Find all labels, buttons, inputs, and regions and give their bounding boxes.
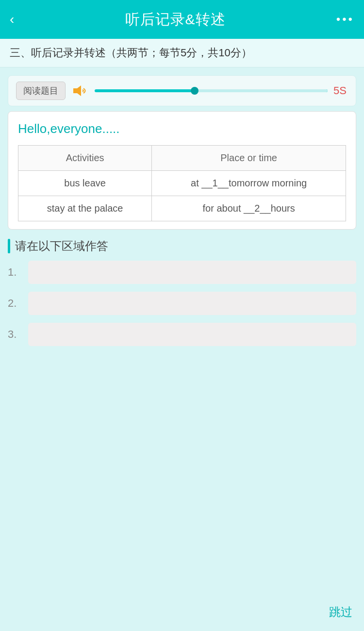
table-body: bus leave at __1__tomorrow morning stay … (18, 171, 346, 221)
audio-bar: 阅读题目 5S (8, 75, 356, 106)
cell-place-2: for about __2__hours (152, 196, 346, 221)
subtitle-bar: 三、听后记录并转述（共两节；每节5分，共10分） (0, 39, 364, 67)
cell-activity-2: stay at the palace (18, 196, 152, 221)
answer-input-2[interactable] (28, 292, 356, 315)
skip-button[interactable]: 跳过 (329, 604, 352, 620)
more-button[interactable]: ••• (336, 13, 354, 26)
answer-input-1[interactable] (28, 261, 356, 284)
text-panel: Hello,everyone..... Activities Place or … (8, 111, 356, 230)
activity-table: Activities Place or time bus leave at __… (18, 145, 346, 221)
col-place-time: Place or time (152, 146, 346, 171)
answer-item-2: 2. (8, 292, 356, 315)
header: ‹ 听后记录&转述 ••• (0, 0, 364, 39)
cell-place-1: at __1__tomorrow morning (152, 171, 346, 196)
answer-number-2: 2. (8, 297, 22, 310)
subtitle-text: 三、听后记录并转述（共两节；每节5分，共10分） (10, 47, 252, 59)
answer-number-1: 1. (8, 266, 22, 279)
table-header: Activities Place or time (18, 146, 346, 171)
cell-activity-1: bus leave (18, 171, 152, 196)
greeting-text: Hello,everyone..... (18, 121, 346, 136)
speaker-icon[interactable] (71, 83, 89, 98)
main-content: 阅读题目 5S Hello,everyone..... Activities (0, 67, 364, 631)
svg-marker-0 (73, 85, 81, 96)
label-bar-icon (8, 239, 10, 253)
timer-display: 5S (333, 84, 348, 97)
back-button[interactable]: ‹ (10, 12, 14, 27)
answer-label-text: 请在以下区域作答 (15, 238, 108, 254)
answer-label: 请在以下区域作答 (8, 238, 356, 254)
answer-item-1: 1. (8, 261, 356, 284)
answer-number-3: 3. (8, 328, 22, 341)
read-question-button[interactable]: 阅读题目 (16, 82, 66, 100)
table-row: stay at the palace for about __2__hours (18, 196, 346, 221)
progress-dot (191, 87, 199, 95)
progress-remaining (195, 89, 328, 92)
table-row: bus leave at __1__tomorrow morning (18, 171, 346, 196)
answer-input-3[interactable] (28, 323, 356, 346)
progress-bar[interactable] (95, 89, 328, 92)
table-header-row: Activities Place or time (18, 146, 346, 171)
col-activities: Activities (18, 146, 152, 171)
answer-item-3: 3. (8, 323, 356, 346)
page-title: 听后记录&转述 (125, 10, 226, 30)
answer-section: 请在以下区域作答 1. 2. 3. (8, 238, 356, 346)
